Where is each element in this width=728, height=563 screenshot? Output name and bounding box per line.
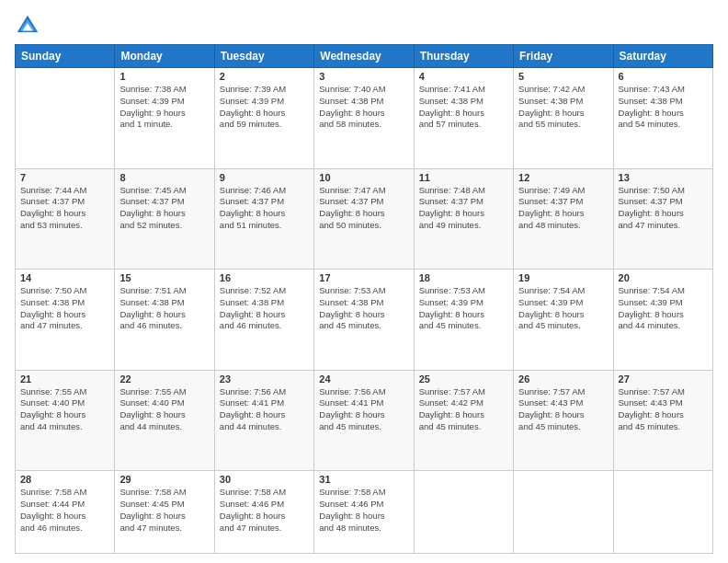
weekday-header-thursday: Thursday	[414, 45, 513, 68]
calendar-week-1: 1Sunrise: 7:38 AM Sunset: 4:39 PM Daylig…	[16, 68, 713, 169]
calendar-cell-w1-d4: 4Sunrise: 7:41 AM Sunset: 4:38 PM Daylig…	[414, 68, 513, 169]
logo-icon	[15, 13, 40, 39]
day-info: Sunrise: 7:42 AM Sunset: 4:38 PM Dayligh…	[518, 84, 608, 131]
day-info: Sunrise: 7:56 AM Sunset: 4:41 PM Dayligh…	[220, 386, 309, 433]
day-number: 20	[619, 272, 708, 283]
day-info: Sunrise: 7:40 AM Sunset: 4:38 PM Dayligh…	[319, 84, 408, 131]
day-number: 28	[20, 474, 109, 485]
calendar-cell-w3-d1: 15Sunrise: 7:51 AM Sunset: 4:38 PM Dayli…	[115, 270, 214, 371]
calendar-cell-w1-d0	[16, 68, 115, 169]
day-info: Sunrise: 7:53 AM Sunset: 4:38 PM Dayligh…	[319, 285, 408, 332]
calendar-cell-w5-d1: 29Sunrise: 7:58 AM Sunset: 4:45 PM Dayli…	[115, 471, 214, 554]
calendar-cell-w4-d0: 21Sunrise: 7:55 AM Sunset: 4:40 PM Dayli…	[16, 370, 115, 471]
day-info: Sunrise: 7:51 AM Sunset: 4:38 PM Dayligh…	[119, 285, 209, 332]
day-number: 29	[119, 474, 209, 485]
calendar-cell-w1-d6: 6Sunrise: 7:43 AM Sunset: 4:38 PM Daylig…	[613, 68, 712, 169]
day-number: 22	[119, 373, 209, 385]
day-number: 5	[518, 71, 608, 82]
calendar-cell-w3-d3: 17Sunrise: 7:53 AM Sunset: 4:38 PM Dayli…	[314, 270, 414, 371]
day-number: 4	[419, 71, 508, 82]
weekday-header-sunday: Sunday	[16, 45, 115, 68]
calendar-cell-w1-d2: 2Sunrise: 7:39 AM Sunset: 4:39 PM Daylig…	[214, 68, 313, 169]
day-info: Sunrise: 7:57 AM Sunset: 4:42 PM Dayligh…	[419, 386, 508, 433]
day-info: Sunrise: 7:52 AM Sunset: 4:38 PM Dayligh…	[220, 285, 309, 332]
weekday-header-friday: Friday	[514, 45, 613, 68]
day-number: 24	[319, 373, 408, 385]
weekday-header-wednesday: Wednesday	[314, 45, 414, 68]
calendar-body: 1Sunrise: 7:38 AM Sunset: 4:39 PM Daylig…	[16, 68, 713, 554]
day-info: Sunrise: 7:44 AM Sunset: 4:37 PM Dayligh…	[20, 185, 109, 232]
calendar-cell-w5-d5	[514, 471, 613, 554]
day-info: Sunrise: 7:54 AM Sunset: 4:39 PM Dayligh…	[518, 285, 608, 332]
calendar-week-5: 28Sunrise: 7:58 AM Sunset: 4:44 PM Dayli…	[16, 471, 713, 554]
calendar-cell-w4-d1: 22Sunrise: 7:55 AM Sunset: 4:40 PM Dayli…	[115, 370, 214, 471]
day-number: 6	[619, 71, 708, 82]
day-number: 1	[119, 71, 209, 82]
calendar-cell-w3-d4: 18Sunrise: 7:53 AM Sunset: 4:39 PM Dayli…	[414, 270, 513, 371]
day-info: Sunrise: 7:48 AM Sunset: 4:37 PM Dayligh…	[419, 185, 508, 232]
logo	[15, 13, 42, 39]
day-info: Sunrise: 7:58 AM Sunset: 4:46 PM Dayligh…	[319, 487, 408, 534]
weekday-header-saturday: Saturday	[613, 45, 712, 68]
calendar-table: SundayMondayTuesdayWednesdayThursdayFrid…	[15, 44, 713, 554]
day-info: Sunrise: 7:55 AM Sunset: 4:40 PM Dayligh…	[119, 386, 209, 433]
day-info: Sunrise: 7:55 AM Sunset: 4:40 PM Dayligh…	[20, 386, 109, 433]
day-info: Sunrise: 7:56 AM Sunset: 4:41 PM Dayligh…	[319, 386, 408, 433]
day-info: Sunrise: 7:58 AM Sunset: 4:45 PM Dayligh…	[119, 487, 209, 534]
calendar-cell-w2-d2: 9Sunrise: 7:46 AM Sunset: 4:37 PM Daylig…	[214, 168, 313, 270]
calendar-cell-w4-d2: 23Sunrise: 7:56 AM Sunset: 4:41 PM Dayli…	[214, 370, 313, 471]
weekday-header-tuesday: Tuesday	[214, 45, 313, 68]
calendar-cell-w3-d0: 14Sunrise: 7:50 AM Sunset: 4:38 PM Dayli…	[16, 270, 115, 371]
day-info: Sunrise: 7:49 AM Sunset: 4:37 PM Dayligh…	[518, 185, 608, 232]
day-number: 26	[518, 373, 608, 385]
day-number: 3	[319, 71, 408, 82]
day-number: 25	[419, 373, 508, 385]
day-number: 13	[619, 172, 708, 183]
calendar-cell-w1-d3: 3Sunrise: 7:40 AM Sunset: 4:38 PM Daylig…	[314, 68, 414, 169]
day-number: 18	[419, 272, 508, 283]
calendar-cell-w2-d1: 8Sunrise: 7:45 AM Sunset: 4:37 PM Daylig…	[115, 168, 214, 270]
day-info: Sunrise: 7:50 AM Sunset: 4:37 PM Dayligh…	[619, 185, 708, 232]
day-info: Sunrise: 7:50 AM Sunset: 4:38 PM Dayligh…	[20, 285, 109, 332]
calendar-cell-w5-d3: 31Sunrise: 7:58 AM Sunset: 4:46 PM Dayli…	[314, 471, 414, 554]
calendar-cell-w5-d6	[613, 471, 712, 554]
calendar-cell-w4-d5: 26Sunrise: 7:57 AM Sunset: 4:43 PM Dayli…	[514, 370, 613, 471]
day-info: Sunrise: 7:57 AM Sunset: 4:43 PM Dayligh…	[619, 386, 708, 433]
calendar-cell-w1-d5: 5Sunrise: 7:42 AM Sunset: 4:38 PM Daylig…	[514, 68, 613, 169]
day-info: Sunrise: 7:43 AM Sunset: 4:38 PM Dayligh…	[619, 84, 708, 131]
calendar-week-3: 14Sunrise: 7:50 AM Sunset: 4:38 PM Dayli…	[16, 270, 713, 371]
day-info: Sunrise: 7:58 AM Sunset: 4:46 PM Dayligh…	[220, 487, 309, 534]
day-number: 30	[220, 474, 309, 485]
calendar-week-4: 21Sunrise: 7:55 AM Sunset: 4:40 PM Dayli…	[16, 370, 713, 471]
day-number: 12	[518, 172, 608, 183]
calendar-cell-w5-d2: 30Sunrise: 7:58 AM Sunset: 4:46 PM Dayli…	[214, 471, 313, 554]
day-info: Sunrise: 7:54 AM Sunset: 4:39 PM Dayligh…	[619, 285, 708, 332]
calendar-cell-w5-d0: 28Sunrise: 7:58 AM Sunset: 4:44 PM Dayli…	[16, 471, 115, 554]
day-info: Sunrise: 7:57 AM Sunset: 4:43 PM Dayligh…	[518, 386, 608, 433]
calendar-header: SundayMondayTuesdayWednesdayThursdayFrid…	[16, 45, 713, 68]
day-number: 21	[20, 373, 109, 385]
day-number: 10	[319, 172, 408, 183]
calendar-cell-w4-d3: 24Sunrise: 7:56 AM Sunset: 4:41 PM Dayli…	[314, 370, 414, 471]
day-info: Sunrise: 7:45 AM Sunset: 4:37 PM Dayligh…	[119, 185, 209, 232]
page: SundayMondayTuesdayWednesdayThursdayFrid…	[0, 0, 728, 563]
calendar-cell-w2-d4: 11Sunrise: 7:48 AM Sunset: 4:37 PM Dayli…	[414, 168, 513, 270]
day-number: 2	[220, 71, 309, 82]
calendar-cell-w3-d5: 19Sunrise: 7:54 AM Sunset: 4:39 PM Dayli…	[514, 270, 613, 371]
calendar-cell-w4-d6: 27Sunrise: 7:57 AM Sunset: 4:43 PM Dayli…	[613, 370, 712, 471]
calendar-week-2: 7Sunrise: 7:44 AM Sunset: 4:37 PM Daylig…	[16, 168, 713, 270]
day-number: 15	[119, 272, 209, 283]
day-info: Sunrise: 7:41 AM Sunset: 4:38 PM Dayligh…	[419, 84, 508, 131]
day-number: 31	[319, 474, 408, 485]
day-number: 8	[119, 172, 209, 183]
day-number: 27	[619, 373, 708, 385]
day-info: Sunrise: 7:39 AM Sunset: 4:39 PM Dayligh…	[220, 84, 309, 131]
header	[15, 9, 713, 39]
day-number: 9	[220, 172, 309, 183]
calendar-cell-w5-d4	[414, 471, 513, 554]
calendar-cell-w2-d0: 7Sunrise: 7:44 AM Sunset: 4:37 PM Daylig…	[16, 168, 115, 270]
day-number: 19	[518, 272, 608, 283]
day-number: 11	[419, 172, 508, 183]
day-number: 17	[319, 272, 408, 283]
calendar-cell-w2-d3: 10Sunrise: 7:47 AM Sunset: 4:37 PM Dayli…	[314, 168, 414, 270]
